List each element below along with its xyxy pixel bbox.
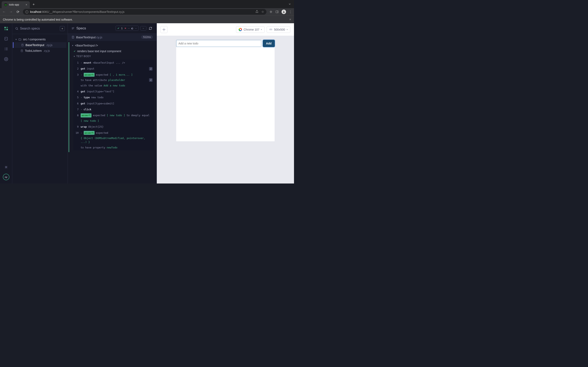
url-bar[interactable]: i localhost:8081/__/#/specs/runner?file=… — [23, 9, 267, 15]
add-button[interactable]: Add — [263, 40, 275, 47]
command-arg: input[type="text"] — [87, 90, 114, 93]
command-row[interactable]: 9wrap Object{25} — [73, 124, 154, 130]
rerun-button[interactable] — [148, 26, 153, 31]
assert-badge: assert — [81, 113, 91, 117]
command-arg: Object{25} — [88, 125, 104, 129]
command-arg: input — [87, 67, 95, 71]
browser-label: Chrome 107 — [243, 28, 259, 31]
command-number: 3 — [75, 73, 79, 77]
cypress-badge-icon[interactable]: cy — [3, 174, 9, 180]
chevron-down-icon: ▾ — [72, 44, 73, 47]
file-icon — [20, 49, 23, 52]
reload-button[interactable]: ⟳ — [16, 10, 20, 14]
command-row[interactable]: 3-assert expected [ , 1 more... ] to hav… — [73, 72, 154, 89]
reporter-title: Specs — [76, 26, 86, 30]
command-row[interactable]: 8assert expected [ new todo ] to deeply … — [73, 112, 154, 124]
collapse-icon[interactable] — [71, 27, 74, 30]
keyboard-shortcuts-icon[interactable]: ⌘ — [4, 165, 9, 170]
info-bar-close-icon[interactable]: × — [289, 18, 291, 21]
suite-header[interactable]: ▾ <BaseTextInput /> — [69, 42, 156, 49]
child-indicator: - — [81, 73, 82, 77]
assert-token: to have attribute — [81, 78, 107, 82]
child-indicator: - — [81, 61, 82, 65]
command-row[interactable]: 5-type new todo — [73, 94, 154, 100]
command-row[interactable]: 4get input[type="text"] — [73, 89, 154, 94]
selector-playground-button[interactable] — [160, 26, 167, 33]
todo-input[interactable] — [176, 40, 261, 47]
command-row[interactable]: 10-assert expected { Object (DOMSubtreeM… — [73, 130, 154, 151]
svg-point-17 — [16, 27, 17, 29]
command-number: 6 — [75, 101, 79, 105]
site-info-icon[interactable]: i — [25, 10, 28, 13]
chevron-down-icon: ▾ — [287, 28, 288, 31]
viewport-selector[interactable]: 500x500 ▾ — [267, 26, 290, 33]
tab-title: todo-app — [9, 3, 19, 6]
test-row[interactable]: ✔ renders base text input component — [69, 49, 156, 54]
passed-count: 1 — [121, 27, 122, 30]
command-row[interactable]: 7-click — [73, 106, 154, 112]
command-name: get — [81, 67, 85, 71]
cypress-logo-icon[interactable] — [4, 26, 9, 31]
aut-panel: Chrome 107 ▾ 500x500 ▾ Add — [157, 23, 294, 184]
pending-icon: ◐ — [131, 27, 133, 30]
assert-token: Add a new todo — [104, 83, 125, 87]
assert-token: to deeply equal — [127, 113, 150, 117]
new-tab-button[interactable]: + — [31, 2, 37, 7]
tab-close-icon[interactable]: × — [26, 3, 27, 6]
profile-avatar[interactable] — [282, 9, 286, 14]
tab-bar: cy todo-app × + — [0, 0, 294, 8]
search-icon — [15, 27, 18, 30]
tab-favicon: cy — [4, 3, 7, 6]
share-icon[interactable] — [255, 10, 259, 14]
extensions-icon[interactable] — [269, 10, 273, 13]
chevron-down-icon: ▾ — [74, 55, 75, 58]
tabs-overflow-icon[interactable] — [288, 3, 294, 6]
command-number: 1 — [75, 61, 79, 65]
browser-selector[interactable]: Chrome 107 ▾ — [236, 26, 265, 33]
chrome-icon — [239, 28, 242, 31]
spec-sidebar: Search specs + ▾ src / components BaseTe… — [12, 23, 68, 184]
ruler-icon — [269, 28, 272, 31]
svg-line-18 — [17, 29, 18, 30]
file-icon — [71, 36, 75, 39]
command-number: 2 — [75, 67, 79, 71]
forward-button: → — [9, 10, 13, 14]
test-body-label: TEST BODY — [76, 55, 91, 58]
runs-nav-icon[interactable] — [4, 47, 9, 51]
command-number: 9 — [75, 125, 79, 129]
tree-folder[interactable]: ▾ src / components — [13, 36, 66, 42]
svg-rect-5 — [6, 27, 8, 28]
file-ext: .cy.js — [46, 43, 52, 47]
spec-file-item[interactable]: TodoListItem.cy.js — [13, 48, 66, 54]
browser-tab[interactable]: cy todo-app × — [2, 1, 30, 8]
new-spec-button[interactable]: + — [60, 26, 65, 31]
specs-nav-icon[interactable] — [4, 36, 9, 41]
spec-file-item[interactable]: BaseTextInput.cy.js — [13, 42, 66, 48]
options-dropdown[interactable] — [140, 26, 146, 31]
command-arg: new todo — [91, 95, 104, 99]
aut-viewport: Add — [157, 36, 294, 184]
aut-frame: Add — [176, 40, 275, 141]
url-actions: ☆ — [255, 10, 264, 14]
back-button: ← — [2, 10, 6, 14]
url-text: localhost:8081/__/#/specs/runner?file=sr… — [30, 10, 254, 13]
file-icon — [21, 44, 24, 47]
sidepanel-icon[interactable] — [276, 10, 279, 13]
folder-label: src / components — [23, 38, 45, 41]
search-input[interactable]: Search specs — [15, 27, 58, 30]
file-ext: .cy.js — [43, 49, 50, 52]
chevron-down-icon: ▾ — [261, 28, 262, 31]
test-body-header[interactable]: ▾ TEST BODY — [69, 54, 156, 59]
svg-point-32 — [164, 29, 164, 30]
command-row[interactable]: 6get input[type=submit] — [73, 100, 154, 106]
command-row[interactable]: 2get input2 — [73, 66, 154, 72]
command-row[interactable]: 1-mount <BaseTextInput ... /> — [73, 60, 154, 66]
command-log: 1-mount <BaseTextInput ... />2get input2… — [73, 60, 154, 150]
spec-title-row[interactable]: BaseTextInput.cy.js 512ms — [68, 33, 156, 41]
pending-count: -- — [135, 27, 137, 30]
check-icon: ✔ — [74, 50, 76, 53]
command-number: 5 — [75, 95, 79, 99]
menu-icon[interactable]: ⋮ — [289, 10, 292, 14]
bookmark-icon[interactable]: ☆ — [261, 10, 264, 14]
settings-nav-icon[interactable] — [4, 57, 9, 62]
